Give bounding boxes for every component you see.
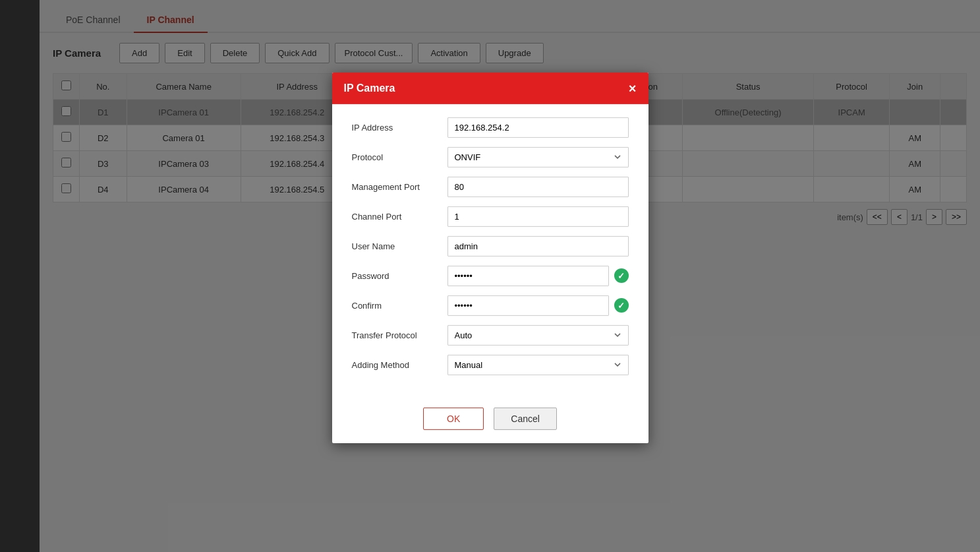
ip-address-input[interactable] — [447, 117, 629, 137]
adding-method-label: Adding Method — [352, 359, 447, 369]
channel-port-label: Channel Port — [352, 211, 447, 221]
password-input[interactable] — [447, 265, 609, 286]
modal-cancel-button[interactable]: Cancel — [494, 407, 557, 429]
modal-body: IP Address Protocol ONVIF IPCAM Auto Man… — [332, 104, 649, 397]
ip-camera-modal: IP Camera × IP Address Protocol ONVIF IP… — [332, 72, 649, 443]
confirm-input[interactable] — [447, 295, 609, 315]
ip-address-row: IP Address — [352, 117, 629, 137]
adding-method-select[interactable]: Manual Auto — [447, 354, 629, 375]
confirm-label: Confirm — [352, 300, 447, 310]
modal-title: IP Camera — [344, 82, 395, 94]
channel-port-row: Channel Port — [352, 206, 629, 226]
password-row: Password — [352, 265, 629, 286]
transfer-protocol-select[interactable]: Auto TCP UDP — [447, 324, 629, 345]
protocol-select[interactable]: ONVIF IPCAM Auto — [447, 146, 629, 167]
protocol-label: Protocol — [352, 152, 447, 162]
adding-method-row: Adding Method Manual Auto — [352, 354, 629, 375]
username-row: User Name — [352, 235, 629, 256]
username-input[interactable] — [447, 235, 629, 256]
username-label: User Name — [352, 241, 447, 251]
confirm-row: Confirm — [352, 295, 629, 315]
modal-ok-button[interactable]: OK — [423, 407, 484, 429]
modal-close-button[interactable]: × — [629, 81, 637, 94]
ip-address-label: IP Address — [352, 122, 447, 132]
password-check-icon — [614, 268, 629, 283]
transfer-protocol-label: Transfer Protocol — [352, 330, 447, 340]
management-port-row: Management Port — [352, 176, 629, 197]
channel-port-input[interactable] — [447, 206, 629, 226]
management-port-label: Management Port — [352, 181, 447, 191]
protocol-row: Protocol ONVIF IPCAM Auto — [352, 146, 629, 167]
confirm-check-icon — [614, 298, 629, 313]
modal-footer: OK Cancel — [332, 397, 649, 443]
password-label: Password — [352, 270, 447, 280]
modal-header: IP Camera × — [332, 72, 649, 104]
management-port-input[interactable] — [447, 176, 629, 197]
transfer-protocol-row: Transfer Protocol Auto TCP UDP — [352, 324, 629, 345]
